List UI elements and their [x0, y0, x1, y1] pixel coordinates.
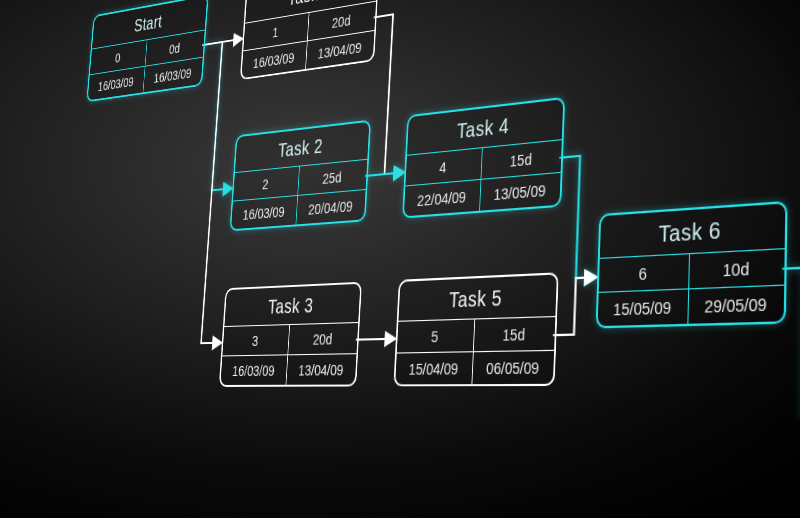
node-id: 3 — [222, 325, 289, 355]
edge-task3-task5 — [356, 339, 396, 340]
node-id: 6 — [599, 254, 689, 292]
node-duration: 10d — [688, 249, 785, 288]
node-task1: Task 1 1 20d 16/03/09 13/04/09 — [240, 0, 380, 80]
node-id: 5 — [397, 320, 474, 353]
node-duration: 15d — [472, 317, 555, 351]
node-task5: Task 5 5 15d 15/04/09 06/05/09 — [393, 272, 558, 386]
node-title: Task 5 — [398, 275, 556, 321]
node-end-date: 13/04/09 — [285, 354, 356, 385]
edge-task4-task6 — [555, 154, 601, 279]
node-task6: Task 6 6 10d 15/05/09 29/05/09 — [596, 201, 788, 329]
node-start: Start 0 0d 16/03/09 16/03/09 — [86, 0, 208, 102]
node-duration: 25d — [297, 160, 367, 195]
node-end-date: 06/05/09 — [471, 351, 554, 384]
node-title: Task 3 — [224, 284, 360, 326]
node-task3: Task 3 3 20d 16/03/09 13/04/09 — [219, 282, 362, 387]
edge-task5-task6 — [553, 277, 597, 335]
node-task4: Task 4 4 15d 22/04/09 13/05/09 — [402, 97, 565, 219]
node-end-date: 13/05/09 — [479, 173, 561, 211]
node-end-date: 29/05/09 — [687, 286, 784, 324]
node-start-date: 22/04/09 — [404, 180, 480, 216]
node-task2: Task 2 2 25d 16/03/09 20/04/09 — [230, 120, 372, 232]
node-start-date: 15/04/09 — [395, 352, 472, 384]
node-end-date: 20/04/09 — [295, 190, 365, 225]
node-id: 4 — [405, 148, 481, 185]
node-start-date: 15/05/09 — [598, 290, 688, 327]
node-start-date: 16/03/09 — [220, 355, 287, 385]
node-start-date: 16/03/09 — [231, 196, 297, 229]
node-id: 2 — [233, 167, 299, 201]
node-duration: 20d — [287, 323, 358, 354]
